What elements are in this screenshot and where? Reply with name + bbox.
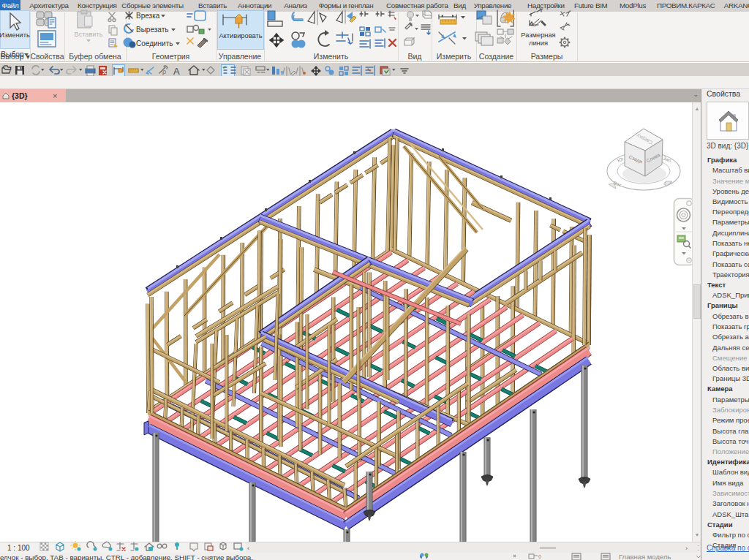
svg-text:Врезка: Врезка <box>136 12 160 20</box>
svg-text:Главная модель: Главная модель <box>619 553 671 560</box>
svg-text:Вырезать: Вырезать <box>136 26 168 34</box>
svg-text:линия: линия <box>529 39 548 47</box>
svg-text:0: 0 <box>538 554 541 559</box>
svg-text:Вставить: Вставить <box>75 31 103 38</box>
svg-text:Размерная: Размерная <box>521 31 555 39</box>
svg-text:A: A <box>173 66 180 77</box>
svg-text:Выбор: Выбор <box>1 50 24 58</box>
svg-text:Соединить: Соединить <box>136 39 173 48</box>
svg-text:Изменить: Изменить <box>0 31 30 39</box>
svg-text:Активировать: Активировать <box>219 32 262 39</box>
svg-text:ρ: ρ <box>162 68 166 75</box>
